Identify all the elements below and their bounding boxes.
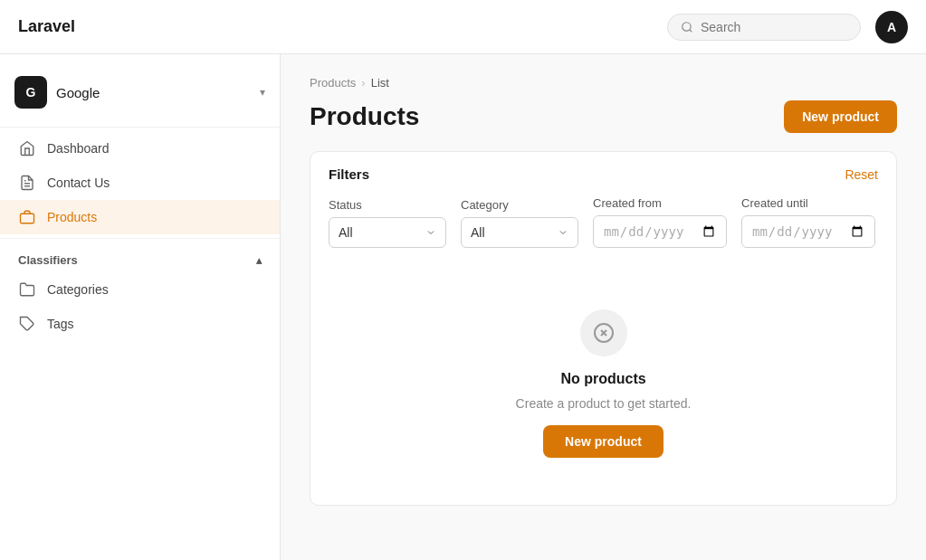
sidebar-item-label: Tags (47, 317, 74, 331)
empty-state: No products Create a product to get star… (310, 266, 896, 505)
search-bar[interactable] (667, 14, 861, 41)
page-header: Products New product (310, 100, 897, 133)
box-icon (18, 209, 36, 225)
status-label: Status (329, 198, 446, 212)
svg-point-0 (683, 22, 691, 30)
sidebar-item-products[interactable]: Products (0, 200, 280, 234)
chevron-down-icon: ▾ (260, 86, 265, 99)
status-select[interactable]: All (329, 217, 446, 248)
reset-link[interactable]: Reset (845, 167, 878, 182)
classifiers-label: Classifiers (18, 253, 78, 267)
main-content: Products › List Products New product Fil… (281, 54, 926, 560)
nav-divider-2 (0, 238, 280, 239)
search-input[interactable] (701, 20, 847, 34)
top-navigation: Laravel A (0, 0, 926, 54)
sidebar-item-categories[interactable]: Categories (0, 272, 280, 307)
filters-row: Status All Category All Created from (310, 196, 896, 266)
tag-icon (18, 316, 36, 332)
org-selector[interactable]: G Google ▾ (0, 69, 280, 123)
page-layout: G Google ▾ Dashboard Contact Us (0, 54, 926, 560)
created-from-filter-group: Created from (593, 196, 727, 248)
sidebar: G Google ▾ Dashboard Contact Us (0, 54, 281, 560)
status-filter-group: Status All (329, 198, 446, 248)
search-icon (681, 21, 693, 33)
created-from-label: Created from (593, 196, 727, 210)
chevron-up-icon[interactable]: ▴ (256, 254, 262, 267)
sidebar-item-tags[interactable]: Tags (0, 307, 280, 341)
folder-icon (18, 281, 36, 298)
sidebar-item-dashboard[interactable]: Dashboard (0, 131, 280, 166)
created-from-input[interactable] (593, 215, 727, 248)
created-until-label: Created until (741, 196, 875, 210)
app-logo: Laravel (18, 17, 75, 36)
sidebar-item-label: Dashboard (47, 141, 110, 156)
category-label: Category (461, 198, 578, 212)
empty-subtitle: Create a product to get started. (516, 396, 692, 411)
file-icon (18, 175, 36, 191)
breadcrumb-separator: › (361, 76, 365, 90)
avatar[interactable]: A (875, 11, 908, 43)
svg-rect-4 (21, 214, 34, 223)
breadcrumb: Products › List (310, 76, 897, 90)
svg-line-1 (690, 29, 692, 32)
sidebar-item-contact-us[interactable]: Contact Us (0, 166, 280, 200)
sidebar-item-label: Products (47, 210, 97, 224)
filters-title: Filters (329, 166, 369, 182)
sidebar-item-label: Contact Us (47, 176, 110, 190)
org-icon: G (14, 76, 47, 109)
org-name: Google (56, 85, 100, 100)
sidebar-item-label: Categories (47, 282, 109, 297)
nav-right: A (667, 11, 908, 43)
x-circle-icon (593, 322, 615, 344)
new-product-button-empty[interactable]: New product (543, 425, 663, 458)
empty-icon-circle (580, 309, 627, 356)
products-card: Filters Reset Status All Category All (310, 151, 897, 506)
filters-header: Filters Reset (310, 152, 896, 196)
org-left: G Google (14, 76, 100, 109)
category-select[interactable]: All (461, 217, 578, 248)
created-until-filter-group: Created until (741, 196, 875, 248)
breadcrumb-parent[interactable]: Products (310, 76, 356, 90)
home-icon (18, 140, 36, 157)
created-until-input[interactable] (741, 215, 875, 248)
new-product-button-header[interactable]: New product (784, 100, 897, 133)
category-filter-group: Category All (461, 198, 578, 248)
breadcrumb-current: List (371, 76, 389, 90)
classifiers-section-header: Classifiers ▴ (0, 242, 280, 272)
page-title: Products (310, 102, 419, 131)
nav-divider (0, 127, 280, 128)
empty-title: No products (560, 371, 645, 387)
